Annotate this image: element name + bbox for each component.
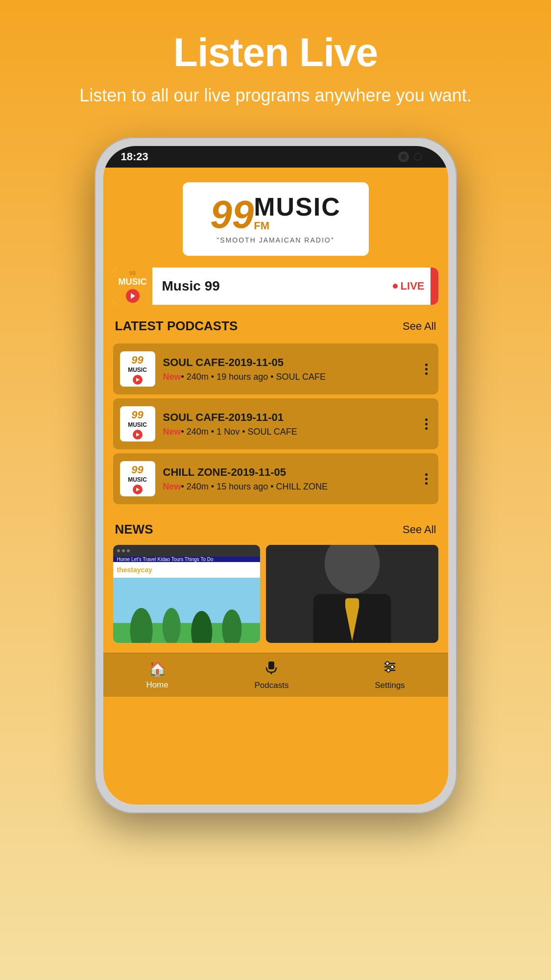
phone-shell: 18:23 99 MUSIC FM xyxy=(95,137,457,813)
svg-point-16 xyxy=(390,665,394,669)
podcast-thumb-music: MUSIC xyxy=(128,476,147,483)
podcast-new-badge-0: New xyxy=(163,372,181,382)
play-icon xyxy=(131,293,135,299)
podcasts-section-header: LATEST PODCASTS See All xyxy=(103,305,448,342)
more-dot xyxy=(425,482,428,485)
news-section: NEWS See All xyxy=(103,508,448,653)
camera-area xyxy=(389,148,431,165)
news-item-web[interactable]: Home Let's Travel Kidao Tours Things To … xyxy=(113,545,260,643)
podcast-thumb-music: MUSIC xyxy=(128,367,147,373)
podcast-thumb-number: 99 xyxy=(131,354,143,367)
live-play-button[interactable] xyxy=(126,289,140,303)
podcast-new-badge-2: New xyxy=(163,482,181,491)
podcast-title-1: SOUL CAFE-2019-11-01 xyxy=(163,411,413,424)
news-section-title: NEWS xyxy=(115,522,153,537)
news-images-row: Home Let's Travel Kidao Tours Things To … xyxy=(103,545,448,653)
live-indicator-dot xyxy=(393,284,398,289)
website-logo: thestaycay xyxy=(117,566,152,574)
hero-subtitle: Listen to all our live programs anywhere… xyxy=(40,83,510,108)
podcast-meta-text-1: • 240m • 1 Nov • SOUL CAFE xyxy=(181,427,297,437)
podcast-meta-1: New• 240m • 1 Nov • SOUL CAFE xyxy=(163,427,413,437)
podcast-thumb-number: 99 xyxy=(131,409,143,421)
podcast-meta-0: New• 240m • 19 hours ago • SOUL CAFE xyxy=(163,372,413,382)
podcast-thumb-number: 99 xyxy=(131,464,143,476)
podcasts-see-all[interactable]: See All xyxy=(403,320,436,333)
podcast-info-0: SOUL CAFE-2019-11-05 New• 240m • 19 hour… xyxy=(163,356,413,382)
logo-tagline: "SMOOTH JAMAICAN RADIO" xyxy=(216,236,334,244)
phone-time: 18:23 xyxy=(121,150,148,163)
podcast-thumb-1: 99 MUSIC xyxy=(120,406,155,441)
news-item-person[interactable] xyxy=(266,545,438,643)
podcast-thumb-music: MUSIC xyxy=(128,421,147,428)
hero-title: Listen Live xyxy=(173,29,378,75)
website-image xyxy=(113,578,260,643)
podcast-item-2[interactable]: 99 MUSIC CHILL ZONE-2019-11-05 New• 240m… xyxy=(113,453,438,504)
website-nav: Home Let's Travel Kidao Tours Things To … xyxy=(113,557,260,562)
live-label: LIVE xyxy=(401,280,425,293)
website-logo-area: thestaycay xyxy=(113,562,260,578)
home-icon: 🏠 xyxy=(148,660,167,677)
podcast-more-menu-0[interactable] xyxy=(421,362,431,377)
live-red-bar xyxy=(431,268,438,305)
podcast-more-menu-2[interactable] xyxy=(421,471,431,487)
browser-bar xyxy=(113,545,260,557)
podcast-play-icon xyxy=(133,485,143,494)
camera-lens-main xyxy=(398,151,409,162)
podcast-item-0[interactable]: 99 MUSIC SOUL CAFE-2019-11-05 New• 240m … xyxy=(113,343,438,394)
podcast-info-1: SOUL CAFE-2019-11-01 New• 240m • 1 Nov •… xyxy=(163,411,413,437)
logo-fm: FM xyxy=(254,220,341,232)
website-nav-text: Home Let's Travel Kidao Tours Things To … xyxy=(117,557,214,562)
bottom-navigation: 🏠 Home Podcasts xyxy=(103,653,448,697)
settings-icon xyxy=(383,660,397,678)
live-logo: 99 MUSIC xyxy=(113,268,152,305)
podcast-play-triangle xyxy=(136,378,140,382)
nav-home-label: Home xyxy=(146,680,168,690)
podcast-play-icon xyxy=(133,430,143,440)
svg-rect-10 xyxy=(345,598,359,609)
logo-card: 99 MUSIC FM "SMOOTH JAMAICAN RADIO" xyxy=(183,182,369,256)
podcast-more-menu-1[interactable] xyxy=(421,416,431,432)
podcast-item-1[interactable]: 99 MUSIC SOUL CAFE-2019-11-01 New• 240m … xyxy=(113,398,438,449)
more-dot xyxy=(425,418,428,421)
more-dot xyxy=(425,478,428,480)
phone-status-bar: 18:23 xyxy=(103,146,448,168)
phone-mockup: 18:23 99 MUSIC FM xyxy=(95,137,457,813)
podcast-title-0: SOUL CAFE-2019-11-05 xyxy=(163,356,413,369)
podcast-play-icon xyxy=(133,375,143,385)
nav-home[interactable]: 🏠 Home xyxy=(146,660,168,690)
podcast-meta-text-2: • 240m • 15 hours ago • CHILL ZONE xyxy=(181,482,328,491)
live-section[interactable]: 99 MUSIC Music 99 LIVE xyxy=(113,268,438,305)
podcasts-icon xyxy=(264,660,279,678)
phone-screen: 18:23 99 MUSIC FM xyxy=(103,146,448,805)
podcast-play-triangle xyxy=(136,488,140,491)
live-badge: LIVE xyxy=(393,280,425,293)
more-dot xyxy=(425,427,428,430)
nav-settings[interactable]: Settings xyxy=(375,660,405,690)
app-header: 99 MUSIC FM "SMOOTH JAMAICAN RADIO" xyxy=(103,168,448,256)
app-content: 99 MUSIC FM "SMOOTH JAMAICAN RADIO" 99 xyxy=(103,168,448,805)
logo-number: 99 xyxy=(210,197,254,232)
podcasts-section-title: LATEST PODCASTS xyxy=(115,318,238,334)
news-see-all[interactable]: See All xyxy=(403,523,436,536)
live-station-name: Music 99 xyxy=(152,278,393,294)
live-logo-music: MUSIC xyxy=(119,277,147,287)
podcast-new-badge-1: New xyxy=(163,427,181,437)
browser-dot xyxy=(117,549,120,552)
nav-podcasts[interactable]: Podcasts xyxy=(254,660,288,690)
podcast-meta-2: New• 240m • 15 hours ago • CHILL ZONE xyxy=(163,482,413,492)
logo-text-group: MUSIC FM xyxy=(254,194,341,232)
nav-settings-label: Settings xyxy=(375,681,405,690)
podcast-meta-text-0: • 240m • 19 hours ago • SOUL CAFE xyxy=(181,372,326,382)
podcast-thumb-2: 99 MUSIC xyxy=(120,461,155,496)
podcast-thumb-0: 99 MUSIC xyxy=(120,351,155,387)
podcast-info-2: CHILL ZONE-2019-11-05 New• 240m • 15 hou… xyxy=(163,466,413,492)
nav-podcasts-label: Podcasts xyxy=(254,681,288,690)
browser-dot xyxy=(122,549,125,552)
more-dot xyxy=(425,368,428,370)
more-dot xyxy=(425,364,428,366)
podcast-title-2: CHILL ZONE-2019-11-05 xyxy=(163,466,413,479)
news-section-header: NEWS See All xyxy=(103,508,448,545)
logo-music: MUSIC xyxy=(254,194,341,220)
more-dot xyxy=(425,372,428,375)
podcast-play-triangle xyxy=(136,433,140,437)
